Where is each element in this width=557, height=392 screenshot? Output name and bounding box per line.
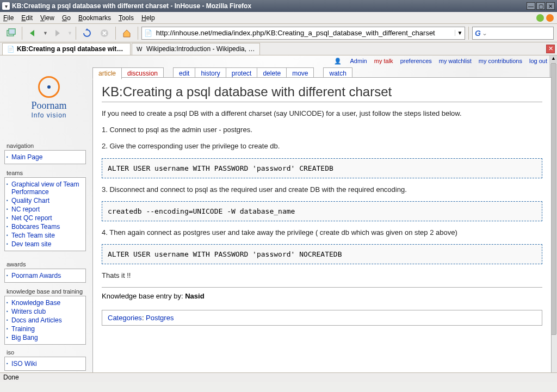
forward-dropdown-icon[interactable]: ▼: [67, 30, 72, 36]
step-4: 4. Then again connect as postgres user a…: [102, 228, 542, 238]
back-button[interactable]: [26, 26, 41, 41]
step-3: 3. Disconnect and connect to psql as the…: [102, 185, 542, 195]
step-1: 1. Connect to psql as the admin user - p…: [102, 125, 542, 135]
tab-strip: 📄 KB:Creating a psql database with... W …: [0, 42, 557, 55]
sidebar-item[interactable]: Knowledge Base: [6, 298, 84, 307]
ca-article[interactable]: article: [92, 67, 122, 79]
menu-view[interactable]: View: [40, 14, 54, 22]
sidebar-link[interactable]: Net QC report: [11, 214, 52, 222]
browser-tab-2[interactable]: W Wikipedia:Introduction - Wikipedia, t.…: [132, 43, 260, 55]
sidebar-link[interactable]: Poornam Awards: [11, 272, 61, 279]
watchlist-link[interactable]: my watchlist: [439, 58, 472, 64]
home-button[interactable]: [119, 26, 134, 41]
sidebar-link[interactable]: Graphical view of Team Performance: [11, 181, 79, 196]
menu-help[interactable]: Help: [141, 14, 155, 22]
sidebar-item[interactable]: Net QC report: [6, 214, 84, 222]
mytalk-link[interactable]: my talk: [374, 58, 393, 64]
menu-go[interactable]: Go: [62, 14, 71, 22]
category-postgres[interactable]: Postgres: [146, 314, 174, 322]
close-tab-button[interactable]: ✕: [546, 45, 555, 53]
forward-button[interactable]: [50, 26, 65, 41]
url-bar[interactable]: 📄 ▼: [141, 27, 465, 40]
sidebar-link[interactable]: Knowledge Base: [11, 299, 60, 307]
content-area: ▲ ▼ 👤 Admin my talk preferences my watch…: [0, 55, 557, 382]
logo-swirl-icon: [38, 76, 60, 98]
sidebar-link[interactable]: Bobcares Teams: [11, 223, 60, 231]
menu-file[interactable]: File: [3, 14, 14, 22]
sidebar-link[interactable]: Big Bang: [11, 334, 38, 341]
scroll-up-icon[interactable]: ▲: [550, 55, 557, 63]
url-input[interactable]: [155, 28, 455, 38]
article-body: KB:Creating a psql database with differe…: [92, 77, 552, 382]
signature: Knowledge base entry by: Nasid: [102, 287, 542, 300]
user-link[interactable]: Admin: [350, 58, 367, 64]
portlet-title: navigation: [4, 141, 86, 150]
tab-label: Wikipedia:Introduction - Wikipedia, t...: [146, 45, 255, 53]
menu-bookmarks[interactable]: Bookmarks: [78, 14, 111, 22]
maximize-button[interactable]: ▢: [536, 2, 545, 10]
sidebar-link[interactable]: ISO Wiki: [11, 360, 37, 368]
portlet-teams: teams Graphical view of Team Performance…: [4, 169, 86, 251]
statusbar: Done: [0, 372, 557, 382]
close-button[interactable]: ✕: [546, 2, 555, 10]
window-titlebar: ▾ KB:Creating a psql database with diffe…: [0, 0, 557, 12]
svg-rect-1: [9, 29, 15, 34]
sidebar-link[interactable]: Training: [11, 325, 35, 333]
contributions-link[interactable]: my contributions: [479, 58, 522, 64]
portlet-title: iso: [4, 348, 86, 357]
sidebar-link[interactable]: Tech Team site: [11, 232, 55, 239]
categories-box: Categories: Postgres: [102, 310, 542, 326]
sidebar-item[interactable]: Quality Chart: [6, 196, 84, 205]
back-dropdown-icon[interactable]: ▼: [43, 30, 48, 36]
search-input[interactable]: [487, 29, 551, 37]
sidebar-item[interactable]: Poornam Awards: [6, 271, 84, 280]
sidebar-link[interactable]: Main Page: [11, 153, 42, 161]
site-logo[interactable]: Poornam Info vision: [11, 72, 87, 119]
sidebar-item[interactable]: ISO Wiki: [6, 359, 84, 368]
preferences-link[interactable]: preferences: [400, 58, 432, 64]
sidebar-link[interactable]: Dev team site: [11, 240, 51, 248]
sidebar-item[interactable]: Tech Team site: [6, 231, 84, 240]
sidebar-link[interactable]: Docs and Articles: [11, 316, 62, 324]
browser-tab-1[interactable]: 📄 KB:Creating a psql database with...: [2, 43, 131, 55]
reload-button[interactable]: [79, 26, 95, 41]
sidebar-item[interactable]: Writers club: [6, 307, 84, 316]
app-icon: ▾: [2, 2, 10, 10]
new-tab-button[interactable]: [3, 26, 18, 41]
sidebar-item[interactable]: Docs and Articles: [6, 316, 84, 325]
page-title: KB:Creating a psql database with differe…: [102, 84, 542, 102]
sidebar-item[interactable]: NC report: [6, 205, 84, 214]
sidebar-link[interactable]: Writers club: [11, 308, 46, 315]
portlet-navigation: navigation Main Page: [4, 141, 86, 164]
url-dropdown-icon[interactable]: ▼: [455, 30, 465, 36]
intro-text: If you need to create a psql DB with a d…: [102, 109, 542, 119]
minimize-button[interactable]: —: [527, 2, 535, 10]
sig-prefix: Knowledge base entry by:: [102, 292, 185, 300]
user-icon: 👤: [334, 58, 342, 64]
sidebar-item[interactable]: Graphical view of Team Performance: [6, 180, 84, 196]
sidebar-link[interactable]: NC report: [11, 206, 40, 213]
stop-button[interactable]: [97, 26, 112, 41]
code-block-3: ALTER USER username WITH PASSWORD 'passw…: [102, 244, 542, 264]
menu-edit[interactable]: Edit: [21, 14, 33, 22]
logout-link[interactable]: log out: [529, 58, 547, 64]
tab-favicon-icon: 📄: [7, 46, 15, 53]
sidebar-item[interactable]: Training: [6, 325, 84, 333]
portlet-kb: knowledge base and training Knowledge Ba…: [4, 287, 86, 345]
sidebar-item[interactable]: Main Page: [6, 153, 84, 161]
menu-tools[interactable]: Tools: [119, 14, 134, 22]
tab-label: KB:Creating a psql database with...: [17, 45, 126, 53]
portlet-title: knowledge base and training: [4, 287, 86, 296]
sidebar-link[interactable]: Quality Chart: [11, 197, 49, 204]
code-block-2: createdb --encoding=UNICODE -W database_…: [102, 201, 542, 221]
search-box[interactable]: G⌄: [472, 27, 554, 40]
portlet-title: teams: [4, 169, 86, 177]
categories-link[interactable]: Categories: [108, 314, 142, 322]
sidebar-item[interactable]: Dev team site: [6, 240, 84, 248]
sidebar-item[interactable]: Big Bang: [6, 333, 84, 342]
code-block-1: ALTER USER username WITH PASSWORD 'passw…: [102, 158, 542, 178]
sidebar-item[interactable]: Bobcares Teams: [6, 222, 84, 231]
status-indicator-icon: [536, 14, 544, 22]
tab-favicon-icon: W: [137, 46, 144, 52]
menubar: File Edit View Go Bookmarks Tools Help: [0, 12, 557, 24]
